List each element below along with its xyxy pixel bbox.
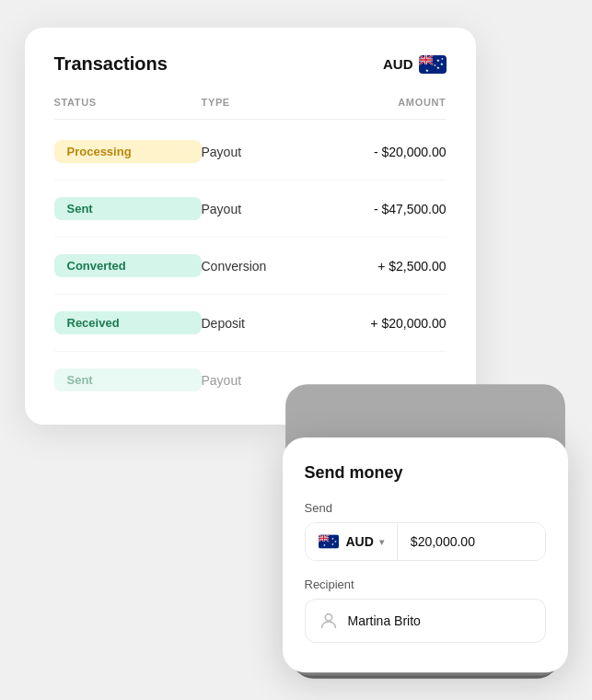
transactions-title: Transactions (54, 53, 168, 75)
send-money-card: Send money Send ★ ★ ★ ★ (283, 438, 568, 672)
status-badge: Converted (54, 254, 202, 277)
svg-text:★: ★ (425, 67, 429, 72)
svg-text:★: ★ (440, 62, 444, 66)
svg-text:★: ★ (440, 57, 443, 61)
aud-flag-icon: ★ ★ ★ ★ ★ ★ (419, 55, 447, 74)
col-amount: AMOUNT (349, 97, 447, 108)
col-type: TYPE (202, 97, 349, 108)
type-cell: Payout (202, 145, 349, 159)
table-row: Sent Payout - $47,500.00 (54, 181, 447, 238)
transactions-card: Transactions AUD (25, 28, 476, 425)
recipient-row[interactable]: Martina Brito (305, 599, 546, 643)
recipient-name: Martina Brito (348, 613, 421, 628)
svg-rect-8 (419, 59, 433, 61)
table-row: Converted Conversion + $2,500.00 (54, 238, 447, 295)
card-header: Transactions AUD (54, 53, 447, 75)
person-icon (319, 611, 339, 631)
amount-input[interactable] (398, 523, 546, 560)
amount-cell: - $47,500.00 (349, 202, 447, 216)
send-money-title: Send money (305, 463, 546, 483)
send-label: Send (305, 501, 546, 515)
send-flag-icon: ★ ★ ★ ★ (319, 534, 339, 549)
type-cell: Payout (202, 202, 349, 216)
svg-rect-23 (319, 538, 329, 539)
type-cell: Conversion (202, 259, 349, 274)
status-badge: Sent (54, 368, 202, 391)
amount-cell: + $20,000.00 (349, 316, 447, 331)
currency-label: AUD (383, 56, 413, 72)
currency-badge: AUD (383, 55, 447, 74)
type-cell: Deposit (202, 316, 349, 331)
table-row: Received Deposit + $20,000.00 (54, 295, 447, 352)
chevron-down-icon: ▾ (379, 537, 384, 547)
currency-selector[interactable]: ★ ★ ★ ★ AUD ▾ (306, 523, 398, 560)
table-row: Processing Payout - $20,000.00 (54, 123, 447, 181)
status-badge: Processing (54, 140, 202, 163)
send-row: ★ ★ ★ ★ AUD ▾ (305, 522, 546, 561)
amount-cell: - $20,000.00 (349, 145, 447, 159)
status-badge: Received (54, 311, 202, 334)
svg-text:★: ★ (436, 65, 440, 70)
recipient-label: Recipient (305, 578, 546, 591)
status-badge: Sent (54, 197, 202, 220)
col-status: STATUS (54, 97, 202, 108)
svg-text:★: ★ (323, 544, 326, 548)
table-header: STATUS TYPE AMOUNT (54, 97, 447, 120)
svg-point-28 (325, 614, 331, 621)
svg-text:★: ★ (436, 58, 440, 63)
send-currency-label: AUD (346, 534, 374, 549)
svg-text:★: ★ (433, 64, 435, 67)
amount-cell: + $2,500.00 (349, 259, 447, 274)
